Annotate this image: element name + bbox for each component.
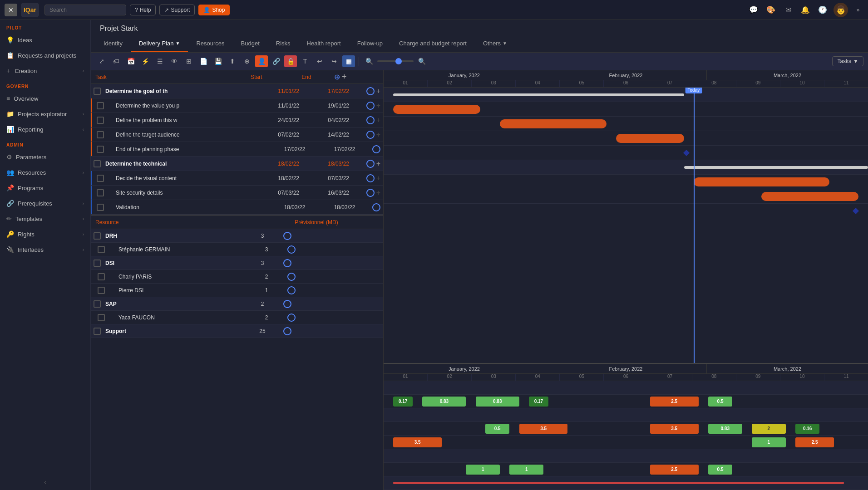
task-circle-btn[interactable] — [366, 131, 375, 139]
resource-row[interactable]: Stéphanie GERMAIN 3 — [91, 243, 383, 256]
task-checkbox[interactable] — [97, 175, 104, 182]
sidebar-item-interfaces[interactable]: 🔌 Interfaces › — [0, 242, 90, 257]
task-plus-btn[interactable]: + — [376, 116, 380, 124]
resource-row[interactable]: Support 25 — [91, 324, 383, 338]
resource-checkbox[interactable] — [94, 260, 101, 267]
task-row[interactable]: Decide the visual content 18/02/22 07/03… — [91, 171, 383, 186]
support-button[interactable]: ↗ Support — [159, 5, 195, 15]
task-plus-btn[interactable]: + — [376, 174, 380, 182]
tab-charge-budget[interactable]: Charge and budget report — [391, 35, 475, 52]
resource-checkbox[interactable] — [98, 273, 105, 280]
sidebar-item-programs[interactable]: 📌 Programs — [0, 180, 90, 196]
tab-resources[interactable]: Resources — [188, 35, 232, 52]
sidebar-item-parameters[interactable]: ⚙ Parameters — [0, 149, 90, 165]
resource-circle-btn[interactable] — [283, 259, 291, 267]
task-plus-btn[interactable]: + — [376, 131, 380, 139]
clock-icon[interactable]: 🕐 — [816, 4, 829, 16]
bell-icon[interactable]: 🔔 — [799, 4, 812, 16]
toolbar-save-btn[interactable]: 💾 — [212, 55, 224, 67]
task-row[interactable]: Site security details 07/03/22 16/03/22 … — [91, 186, 383, 200]
resource-row[interactable]: DSI 3 — [91, 256, 383, 270]
task-checkbox[interactable] — [97, 204, 104, 211]
toolbar-doc-btn[interactable]: 📄 — [197, 55, 210, 67]
toolbar-list-btn[interactable]: ☰ — [153, 55, 166, 67]
task-circle-btn[interactable] — [366, 160, 375, 168]
zoom-slider[interactable] — [377, 60, 414, 62]
task-row[interactable]: Determine the value you p 11/01/22 19/01… — [91, 98, 383, 113]
toolbar-redo-btn[interactable]: ↪ — [328, 55, 340, 67]
tasks-dropdown[interactable]: Tasks ▼ — [832, 56, 863, 66]
task-plus-btn[interactable]: + — [376, 102, 380, 110]
task-row[interactable]: End of the planning phase 17/02/22 17/02… — [91, 142, 383, 157]
sidebar-collapse-button[interactable]: ‹ — [0, 475, 90, 490]
sidebar-item-resources[interactable]: 👥 Resources › — [0, 165, 90, 180]
toolbar-search-right-btn[interactable]: 🔍 — [415, 55, 428, 67]
sidebar-item-requests[interactable]: 📋 Requests and projects — [0, 48, 90, 63]
task-circle-btn[interactable] — [366, 102, 375, 110]
resource-circle-btn[interactable] — [287, 286, 296, 294]
sidebar-item-rights[interactable]: 🔑 Rights › — [0, 226, 90, 242]
resource-checkbox[interactable] — [98, 314, 105, 321]
mail-icon[interactable]: ✉ — [782, 4, 794, 16]
task-row[interactable]: Define the target audience 07/02/22 14/0… — [91, 127, 383, 142]
task-circle-btn[interactable] — [366, 87, 375, 95]
tab-identity[interactable]: Identity — [95, 35, 131, 52]
toolbar-text-btn[interactable]: T — [299, 55, 311, 67]
task-circle-btn[interactable] — [372, 203, 380, 211]
task-plus-btn[interactable]: + — [376, 189, 380, 197]
resource-circle-btn[interactable] — [283, 232, 291, 240]
task-checkbox[interactable] — [97, 102, 104, 109]
sidebar-item-creation[interactable]: + Creation ‹ — [0, 63, 90, 78]
resource-row[interactable]: Pierre DSI 1 — [91, 284, 383, 297]
tab-follow-up[interactable]: Follow-up — [349, 35, 391, 52]
shop-button[interactable]: 👤 Shop — [198, 5, 230, 15]
help-button[interactable]: ? Help — [130, 5, 156, 15]
resource-checkbox[interactable] — [98, 287, 105, 294]
resource-circle-btn[interactable] — [287, 314, 296, 322]
task-checkbox[interactable] — [94, 88, 101, 95]
toolbar-eye-btn[interactable]: 👁 — [168, 55, 181, 67]
toolbar-undo-btn[interactable]: ↩ — [313, 55, 326, 67]
task-row[interactable]: Define the problem this w 24/01/22 04/02… — [91, 113, 383, 127]
resource-row[interactable]: DRH 3 — [91, 229, 383, 243]
resource-checkbox[interactable] — [94, 328, 101, 335]
task-checkbox[interactable] — [97, 189, 104, 196]
toolbar-person-btn[interactable]: 👤 — [255, 55, 268, 67]
close-button[interactable]: ✕ — [5, 4, 17, 16]
task-plus-btn[interactable]: + — [376, 160, 380, 168]
task-checkbox[interactable] — [97, 117, 104, 124]
sidebar-item-reporting[interactable]: 📊 Reporting ‹ — [0, 122, 90, 137]
sidebar-item-projects-explorer[interactable]: 📁 Projects explorator › — [0, 106, 90, 122]
add-task-circle-icon[interactable]: ⊕ — [334, 73, 340, 81]
task-circle-btn[interactable] — [366, 116, 375, 124]
toolbar-tag-btn[interactable]: 🏷 — [110, 55, 123, 67]
resource-checkbox[interactable] — [98, 246, 105, 253]
task-row[interactable]: Determine the goal of th 11/01/22 17/02/… — [91, 84, 383, 98]
notification-chat-icon[interactable]: 💬 — [747, 4, 760, 16]
slider-thumb[interactable] — [395, 58, 402, 64]
palette-icon[interactable]: 🎨 — [764, 4, 777, 16]
toolbar-table-btn[interactable]: ▦ — [342, 55, 355, 67]
task-checkbox[interactable] — [97, 146, 104, 153]
sidebar-item-prerequisites[interactable]: 🔗 Prerequisites › — [0, 196, 90, 211]
task-row[interactable]: Determine the technical 18/02/22 18/03/2… — [91, 157, 383, 171]
task-checkbox[interactable] — [94, 160, 101, 167]
resource-row[interactable]: Yaca FAUCON 2 — [91, 311, 383, 324]
collapse-button[interactable]: » — [853, 5, 863, 15]
toolbar-search-left-btn[interactable]: 🔍 — [363, 55, 375, 67]
task-checkbox[interactable] — [97, 131, 104, 138]
resource-checkbox[interactable] — [94, 232, 101, 240]
add-task-plus-icon[interactable]: + — [342, 72, 347, 82]
task-circle-btn[interactable] — [372, 145, 380, 153]
tab-delivery-plan[interactable]: Delivery Plan ▼ — [131, 35, 188, 52]
sidebar-item-templates[interactable]: ✏ Templates › — [0, 211, 90, 226]
resource-circle-btn[interactable] — [283, 327, 291, 335]
tab-others[interactable]: Others ▼ — [475, 35, 515, 52]
toolbar-link-btn[interactable]: 🔗 — [270, 55, 282, 67]
task-row[interactable]: Validation 18/03/22 18/03/22 — [91, 200, 383, 215]
toolbar-calendar-btn[interactable]: 📅 — [124, 55, 137, 67]
tab-health-report[interactable]: Health report — [299, 35, 349, 52]
resource-circle-btn[interactable] — [287, 273, 296, 281]
toolbar-connect-btn[interactable]: ⊕ — [241, 55, 253, 67]
task-circle-btn[interactable] — [366, 174, 375, 182]
